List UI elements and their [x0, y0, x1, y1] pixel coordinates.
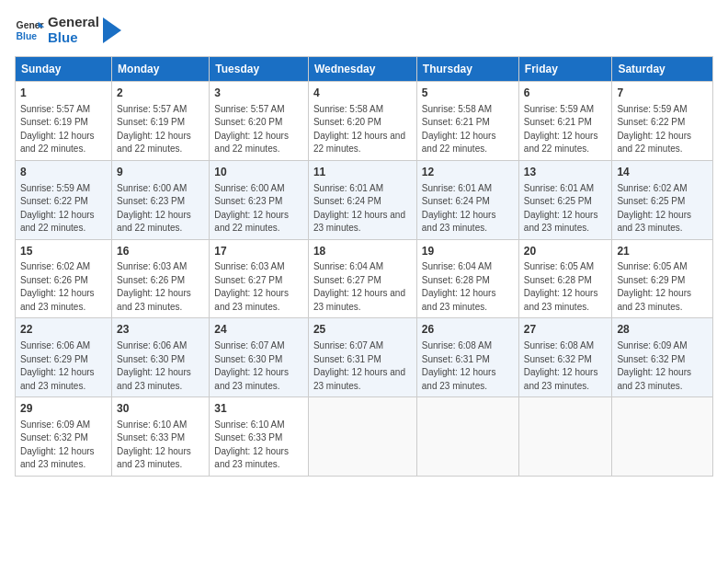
day-number: 3	[214, 86, 303, 101]
calendar-week-row: 22Sunrise: 6:06 AM Sunset: 6:29 PM Dayli…	[16, 318, 713, 397]
day-content: Sunrise: 6:10 AM Sunset: 6:33 PM Dayligh…	[214, 419, 303, 472]
day-number: 28	[617, 322, 708, 338]
day-number: 17	[214, 244, 303, 259]
calendar-cell: 5Sunrise: 5:58 AM Sunset: 6:21 PM Daylig…	[416, 82, 518, 161]
calendar-cell: 11Sunrise: 6:01 AM Sunset: 6:24 PM Dayli…	[308, 160, 416, 239]
day-content: Sunrise: 5:59 AM Sunset: 6:22 PM Dayligh…	[20, 182, 107, 236]
logo-arrow-icon	[103, 17, 121, 43]
svg-marker-3	[103, 17, 121, 43]
svg-text:Blue: Blue	[17, 30, 38, 40]
logo: General Blue General Blue	[15, 15, 121, 45]
day-number: 14	[617, 165, 708, 180]
day-content: Sunrise: 5:57 AM Sunset: 6:19 PM Dayligh…	[117, 103, 204, 156]
calendar-cell: 14Sunrise: 6:02 AM Sunset: 6:25 PM Dayli…	[612, 160, 713, 239]
page-header: General Blue General Blue	[15, 15, 713, 45]
calendar-cell: 10Sunrise: 6:00 AM Sunset: 6:23 PM Dayli…	[210, 160, 309, 239]
day-number: 13	[524, 165, 608, 180]
day-number: 26	[422, 322, 514, 338]
day-content: Sunrise: 6:05 AM Sunset: 6:29 PM Dayligh…	[617, 260, 708, 314]
day-number: 25	[313, 322, 412, 338]
day-number: 15	[20, 244, 107, 259]
day-number: 22	[20, 322, 107, 338]
day-number: 5	[422, 86, 514, 101]
calendar-week-row: 1Sunrise: 5:57 AM Sunset: 6:19 PM Daylig…	[16, 82, 713, 161]
col-header-tuesday: Tuesday	[210, 57, 309, 82]
day-content: Sunrise: 6:01 AM Sunset: 6:24 PM Dayligh…	[422, 182, 514, 236]
col-header-thursday: Thursday	[416, 57, 518, 82]
day-content: Sunrise: 6:03 AM Sunset: 6:27 PM Dayligh…	[214, 260, 303, 314]
day-content: Sunrise: 6:02 AM Sunset: 6:25 PM Dayligh…	[617, 182, 708, 236]
calendar-cell	[518, 397, 612, 477]
day-content: Sunrise: 6:10 AM Sunset: 6:33 PM Dayligh…	[117, 419, 204, 472]
calendar-cell: 20Sunrise: 6:05 AM Sunset: 6:28 PM Dayli…	[518, 239, 612, 318]
logo-icon: General Blue	[15, 16, 44, 45]
calendar-cell: 27Sunrise: 6:08 AM Sunset: 6:32 PM Dayli…	[518, 318, 612, 397]
calendar-cell: 23Sunrise: 6:06 AM Sunset: 6:30 PM Dayli…	[112, 318, 210, 397]
day-number: 21	[617, 244, 708, 259]
day-number: 2	[117, 86, 204, 101]
col-header-sunday: Sunday	[16, 57, 112, 82]
day-number: 11	[313, 165, 412, 180]
day-number: 30	[117, 401, 204, 417]
day-number: 20	[524, 244, 608, 259]
day-number: 23	[117, 322, 204, 338]
calendar-week-row: 8Sunrise: 5:59 AM Sunset: 6:22 PM Daylig…	[16, 160, 713, 239]
day-content: Sunrise: 6:09 AM Sunset: 6:32 PM Dayligh…	[617, 339, 708, 393]
col-header-monday: Monday	[112, 57, 210, 82]
day-content: Sunrise: 5:57 AM Sunset: 6:20 PM Dayligh…	[214, 103, 303, 156]
calendar-cell: 16Sunrise: 6:03 AM Sunset: 6:26 PM Dayli…	[112, 239, 210, 318]
day-content: Sunrise: 6:00 AM Sunset: 6:23 PM Dayligh…	[214, 182, 303, 236]
logo-blue: Blue	[48, 30, 99, 46]
day-content: Sunrise: 6:02 AM Sunset: 6:26 PM Dayligh…	[20, 260, 107, 314]
day-number: 19	[422, 244, 514, 259]
day-content: Sunrise: 5:59 AM Sunset: 6:21 PM Dayligh…	[524, 103, 608, 156]
day-content: Sunrise: 6:05 AM Sunset: 6:28 PM Dayligh…	[524, 260, 608, 314]
day-number: 1	[20, 86, 107, 101]
calendar-cell: 19Sunrise: 6:04 AM Sunset: 6:28 PM Dayli…	[416, 239, 518, 318]
day-number: 6	[524, 86, 608, 101]
calendar-week-row: 29Sunrise: 6:09 AM Sunset: 6:32 PM Dayli…	[16, 397, 713, 477]
calendar-cell: 9Sunrise: 6:00 AM Sunset: 6:23 PM Daylig…	[112, 160, 210, 239]
day-content: Sunrise: 6:09 AM Sunset: 6:32 PM Dayligh…	[20, 419, 107, 472]
calendar-cell: 4Sunrise: 5:58 AM Sunset: 6:20 PM Daylig…	[308, 82, 416, 161]
day-number: 27	[524, 322, 608, 338]
calendar-cell: 30Sunrise: 6:10 AM Sunset: 6:33 PM Dayli…	[112, 397, 210, 477]
calendar-week-row: 15Sunrise: 6:02 AM Sunset: 6:26 PM Dayli…	[16, 239, 713, 318]
day-content: Sunrise: 6:08 AM Sunset: 6:31 PM Dayligh…	[422, 339, 514, 393]
day-number: 31	[214, 401, 303, 417]
calendar-cell: 7Sunrise: 5:59 AM Sunset: 6:22 PM Daylig…	[612, 82, 713, 161]
calendar-cell	[308, 397, 416, 477]
calendar-cell: 25Sunrise: 6:07 AM Sunset: 6:31 PM Dayli…	[308, 318, 416, 397]
calendar-cell: 31Sunrise: 6:10 AM Sunset: 6:33 PM Dayli…	[210, 397, 309, 477]
calendar-cell: 24Sunrise: 6:07 AM Sunset: 6:30 PM Dayli…	[210, 318, 309, 397]
day-content: Sunrise: 5:58 AM Sunset: 6:20 PM Dayligh…	[313, 103, 412, 156]
day-number: 12	[422, 165, 514, 180]
calendar-cell: 22Sunrise: 6:06 AM Sunset: 6:29 PM Dayli…	[16, 318, 112, 397]
day-content: Sunrise: 6:06 AM Sunset: 6:30 PM Dayligh…	[117, 339, 204, 393]
calendar-cell: 15Sunrise: 6:02 AM Sunset: 6:26 PM Dayli…	[16, 239, 112, 318]
day-content: Sunrise: 6:08 AM Sunset: 6:32 PM Dayligh…	[524, 339, 608, 393]
day-content: Sunrise: 6:03 AM Sunset: 6:26 PM Dayligh…	[117, 260, 204, 314]
calendar-cell: 13Sunrise: 6:01 AM Sunset: 6:25 PM Dayli…	[518, 160, 612, 239]
calendar-cell: 12Sunrise: 6:01 AM Sunset: 6:24 PM Dayli…	[416, 160, 518, 239]
calendar-cell: 2Sunrise: 5:57 AM Sunset: 6:19 PM Daylig…	[112, 82, 210, 161]
day-content: Sunrise: 6:00 AM Sunset: 6:23 PM Dayligh…	[117, 182, 204, 236]
calendar-cell: 26Sunrise: 6:08 AM Sunset: 6:31 PM Dayli…	[416, 318, 518, 397]
day-number: 10	[214, 165, 303, 180]
day-number: 7	[617, 86, 708, 101]
col-header-saturday: Saturday	[612, 57, 713, 82]
calendar-cell: 18Sunrise: 6:04 AM Sunset: 6:27 PM Dayli…	[308, 239, 416, 318]
day-content: Sunrise: 6:04 AM Sunset: 6:27 PM Dayligh…	[313, 260, 412, 314]
col-header-friday: Friday	[518, 57, 612, 82]
calendar-table: SundayMondayTuesdayWednesdayThursdayFrid…	[15, 56, 713, 477]
calendar-cell: 29Sunrise: 6:09 AM Sunset: 6:32 PM Dayli…	[16, 397, 112, 477]
day-content: Sunrise: 6:04 AM Sunset: 6:28 PM Dayligh…	[422, 260, 514, 314]
day-number: 9	[117, 165, 204, 180]
day-number: 4	[313, 86, 412, 101]
day-number: 16	[117, 244, 204, 259]
day-number: 29	[20, 401, 107, 417]
calendar-cell: 3Sunrise: 5:57 AM Sunset: 6:20 PM Daylig…	[210, 82, 309, 161]
day-content: Sunrise: 6:01 AM Sunset: 6:25 PM Dayligh…	[524, 182, 608, 236]
day-content: Sunrise: 5:59 AM Sunset: 6:22 PM Dayligh…	[617, 103, 708, 156]
calendar-cell	[416, 397, 518, 477]
